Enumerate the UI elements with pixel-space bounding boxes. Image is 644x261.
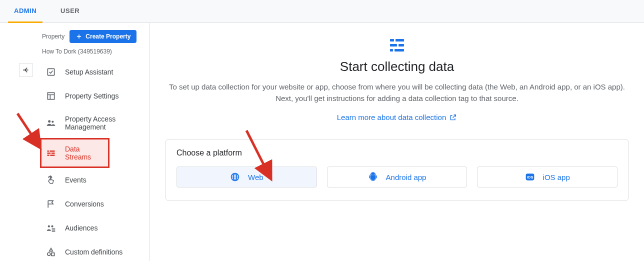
svg-point-11 (51, 226, 53, 228)
svg-rect-5 (50, 150, 55, 152)
sidebar-item-custom-definitions[interactable]: Custom definitions (40, 240, 150, 261)
sidebar-item-audiences[interactable]: Audiences (40, 216, 150, 240)
sidebar-item-label: Custom definitions (65, 248, 122, 256)
flag-icon (46, 199, 56, 209)
svg-point-3 (52, 120, 54, 122)
sidebar-item-label: Events (65, 176, 86, 184)
platform-web-label: Web (248, 173, 264, 182)
globe-icon (230, 172, 240, 182)
svg-point-25 (371, 174, 372, 174)
tap-icon (46, 175, 56, 185)
learn-more-link[interactable]: Learn more about data collection (337, 113, 457, 122)
sidebar-item-setup-assistant[interactable]: Setup Assistant (40, 60, 150, 84)
platform-ios-button[interactable]: iOS iOS app (477, 166, 618, 188)
svg-rect-12 (52, 228, 56, 230)
platform-title: Choose a platform (176, 148, 618, 158)
sidebar-item-property-access[interactable]: Property Access Management (40, 108, 150, 138)
platform-android-label: Android app (386, 173, 426, 182)
svg-point-10 (48, 226, 50, 228)
svg-point-15 (48, 252, 50, 256)
platform-card: Choose a platform Web Android app i (165, 139, 629, 201)
svg-rect-14 (52, 231, 56, 232)
layout-icon (46, 91, 56, 101)
svg-rect-16 (52, 253, 54, 256)
tab-bar: ADMIN USER (0, 0, 644, 23)
sidebar-item-data-streams[interactable]: Data Streams (40, 138, 110, 168)
svg-rect-0 (48, 68, 54, 75)
create-property-label: Create Property (86, 33, 130, 40)
sidebar-item-label: Conversions (65, 200, 104, 208)
platform-android-button[interactable]: Android app (327, 166, 468, 188)
property-name: How To Dork (349519639) (40, 47, 150, 60)
page-title: Start collecting data (167, 59, 627, 74)
sidebar-item-property-settings[interactable]: Property Settings (40, 84, 150, 108)
sidebar-item-conversions[interactable]: Conversions (40, 192, 150, 216)
svg-rect-9 (50, 154, 54, 156)
tab-admin[interactable]: ADMIN (8, 0, 42, 23)
sidebar-item-label: Setup Assistant (65, 68, 114, 76)
sidebar-item-label: Audiences (65, 224, 98, 232)
audiences-icon (46, 223, 56, 233)
svg-rect-8 (48, 154, 50, 156)
checklist-icon (46, 67, 56, 77)
platform-web-button[interactable]: Web (176, 166, 317, 188)
learn-more-label: Learn more about data collection (337, 113, 446, 122)
svg-rect-21 (390, 49, 393, 52)
svg-rect-28 (376, 176, 376, 178)
arrow-left-icon (22, 66, 30, 74)
svg-rect-22 (394, 49, 404, 52)
svg-rect-4 (48, 150, 49, 152)
android-icon (368, 172, 378, 182)
svg-rect-18 (396, 39, 404, 42)
svg-rect-13 (52, 230, 56, 230)
shapes-icon (46, 247, 56, 257)
sidebar: Property Create Property How To Dork (34… (0, 23, 150, 261)
main-content: Start collecting data To set up data col… (150, 23, 644, 261)
svg-rect-20 (398, 44, 404, 46)
people-icon (46, 118, 56, 128)
page-description: To set up data collection for your websi… (167, 82, 627, 104)
sidebar-item-label: Property Settings (65, 92, 118, 100)
svg-point-2 (48, 120, 50, 122)
svg-point-26 (374, 174, 374, 174)
ios-icon: iOS (525, 172, 535, 182)
svg-rect-6 (48, 152, 51, 154)
sidebar-item-events[interactable]: Events (40, 168, 150, 192)
property-label: Property (42, 33, 64, 40)
svg-rect-19 (390, 44, 397, 46)
svg-rect-27 (369, 176, 370, 178)
streams-icon (46, 148, 56, 158)
external-link-icon (449, 114, 457, 122)
streams-hero-icon (167, 38, 627, 53)
svg-rect-7 (52, 152, 55, 154)
platform-ios-label: iOS app (543, 173, 570, 182)
create-property-button[interactable]: Create Property (70, 30, 136, 43)
svg-rect-1 (48, 92, 54, 99)
sidebar-item-label: Data Streams (65, 145, 104, 161)
tab-user[interactable]: USER (54, 0, 86, 23)
svg-text:iOS: iOS (526, 175, 533, 180)
plus-icon (76, 33, 82, 40)
svg-rect-17 (390, 39, 394, 42)
collapse-sidebar-button[interactable] (19, 63, 33, 77)
sidebar-item-label: Property Access Management (65, 115, 144, 131)
